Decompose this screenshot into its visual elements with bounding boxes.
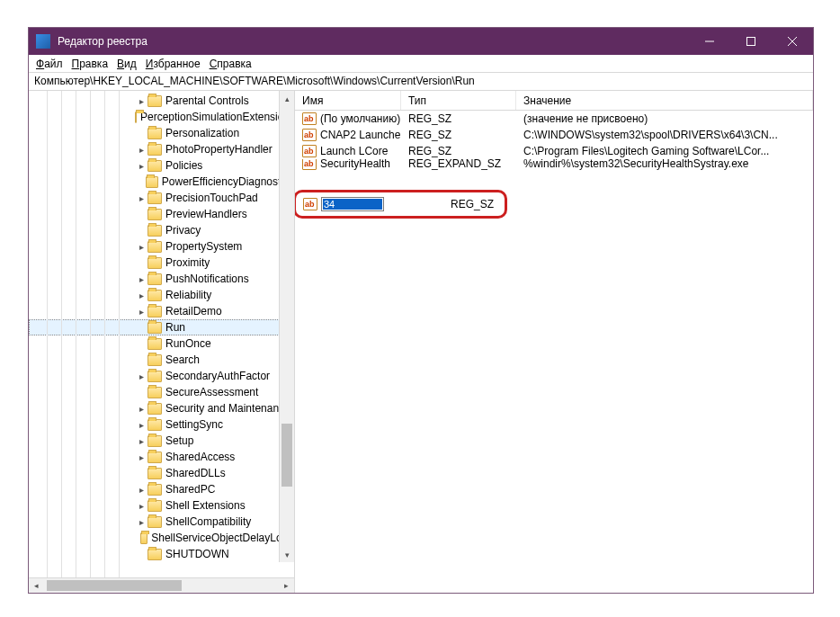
- tree-item-label: SharedDLLs: [165, 467, 226, 479]
- tree-item[interactable]: SharedDLLs: [29, 465, 294, 481]
- expand-toggle-icon[interactable]: [135, 242, 147, 252]
- tree-item[interactable]: PowerEfficiencyDiagnostics: [29, 174, 294, 190]
- new-value-row[interactable]: 34 REG_SZ: [298, 196, 503, 212]
- value-row[interactable]: SecurityHealthREG_EXPAND_SZ%windir%\syst…: [295, 159, 813, 170]
- tree-item[interactable]: Run: [29, 319, 294, 335]
- value-name: Launch LCore: [320, 145, 388, 157]
- expand-toggle-icon[interactable]: [135, 404, 147, 414]
- scroll-left-button[interactable]: ◂: [29, 578, 44, 593]
- menubar: Файл Правка Вид Избранное Справка: [29, 55, 813, 73]
- tree-item-label: Personalization: [165, 127, 239, 139]
- tree-item[interactable]: Personalization: [29, 125, 294, 141]
- titlebar[interactable]: Редактор реестра: [29, 28, 813, 55]
- value-row[interactable]: Launch LCoreREG_SZC:\Program Files\Logit…: [295, 143, 813, 159]
- folder-icon: [147, 144, 162, 156]
- hscroll-thumb[interactable]: [47, 580, 182, 591]
- string-value-icon: [303, 198, 317, 210]
- folder-icon: [140, 532, 147, 544]
- tree-item-label: ShellServiceObjectDelayLoad: [151, 532, 294, 544]
- expand-toggle-icon[interactable]: [135, 193, 147, 203]
- tree-item[interactable]: Reliability: [29, 287, 294, 303]
- expand-toggle-icon[interactable]: [135, 436, 147, 446]
- expand-toggle-icon[interactable]: [135, 452, 147, 462]
- expand-toggle-icon[interactable]: [135, 96, 147, 106]
- tree-item[interactable]: RunOnce: [29, 335, 294, 352]
- tree-item[interactable]: ShellServiceObjectDelayLoad: [29, 530, 294, 546]
- tree-item[interactable]: Search: [29, 352, 294, 368]
- scroll-thumb[interactable]: [281, 424, 292, 487]
- expand-toggle-icon[interactable]: [135, 517, 147, 527]
- expand-toggle-icon[interactable]: [135, 274, 147, 284]
- minimize-button[interactable]: [689, 28, 730, 55]
- tree-item[interactable]: Setup: [29, 433, 294, 449]
- tree-item[interactable]: PhotoPropertyHandler: [29, 141, 294, 157]
- menu-file[interactable]: Файл: [36, 58, 63, 70]
- tree-vertical-scrollbar[interactable]: ▴ ▾: [279, 91, 294, 562]
- values-pane: Имя Тип Значение (По умолчанию)REG_SZ(зн…: [295, 91, 813, 593]
- tree[interactable]: Parental ControlsPerceptionSimulationExt…: [29, 91, 294, 564]
- tree-item[interactable]: Shell Extensions: [29, 497, 294, 514]
- tree-item[interactable]: Policies: [29, 157, 294, 174]
- maximize-button[interactable]: [730, 28, 772, 55]
- value-name: CNAP2 Launcher: [320, 129, 401, 141]
- close-button[interactable]: [772, 28, 813, 55]
- new-value-type: REG_SZ: [451, 198, 494, 210]
- tree-item[interactable]: SharedPC: [29, 481, 294, 497]
- menu-help[interactable]: Справка: [210, 58, 252, 70]
- folder-icon: [147, 192, 162, 204]
- tree-item[interactable]: RetailDemo: [29, 303, 294, 319]
- scroll-right-button[interactable]: ▸: [279, 578, 294, 593]
- new-value-name-input[interactable]: 34: [321, 197, 384, 211]
- expand-toggle-icon[interactable]: [135, 485, 147, 495]
- tree-item-label: SharedPC: [165, 483, 215, 496]
- header-name[interactable]: Имя: [295, 91, 401, 110]
- value-type: REG_SZ: [401, 129, 516, 141]
- tree-item-label: SHUTDOWN: [165, 548, 229, 560]
- expand-toggle-icon[interactable]: [135, 420, 147, 430]
- tree-item[interactable]: PropertySystem: [29, 238, 294, 255]
- menu-edit[interactable]: Правка: [72, 58, 109, 70]
- expand-toggle-icon[interactable]: [135, 161, 147, 171]
- header-type[interactable]: Тип: [401, 91, 516, 110]
- expand-toggle-icon[interactable]: [135, 291, 147, 300]
- expand-toggle-icon[interactable]: [135, 371, 147, 381]
- folder-icon: [147, 387, 162, 398]
- tree-item[interactable]: Parental Controls: [29, 93, 294, 109]
- tree-item[interactable]: ShellCompatibility: [29, 514, 294, 530]
- tree-item-label: Shell Extensions: [165, 499, 246, 512]
- expand-toggle-icon[interactable]: [135, 145, 147, 155]
- menu-view[interactable]: Вид: [117, 58, 137, 70]
- tree-item[interactable]: PrecisionTouchPad: [29, 190, 294, 206]
- folder-icon: [147, 306, 162, 317]
- tree-item-label: Setup: [165, 434, 193, 447]
- tree-item[interactable]: SecureAssessment: [29, 384, 294, 400]
- tree-item[interactable]: SharedAccess: [29, 449, 294, 465]
- expand-toggle-icon[interactable]: [135, 307, 147, 317]
- menu-favorites[interactable]: Избранное: [146, 58, 201, 70]
- tree-item[interactable]: PreviewHandlers: [29, 206, 294, 222]
- folder-icon: [147, 322, 162, 334]
- tree-item[interactable]: Privacy: [29, 222, 294, 238]
- expand-toggle-icon[interactable]: [135, 501, 147, 511]
- tree-item-label: RunOnce: [165, 337, 211, 350]
- folder-icon: [147, 484, 162, 496]
- tree-item-label: Search: [165, 353, 200, 366]
- folder-icon: [147, 241, 162, 253]
- scroll-up-button[interactable]: ▴: [280, 91, 294, 106]
- tree-item[interactable]: Security and Maintenance: [29, 400, 294, 416]
- tree-item-label: PushNotifications: [165, 273, 249, 285]
- value-row[interactable]: (По умолчанию)REG_SZ(значение не присвое…: [295, 111, 813, 127]
- value-row[interactable]: CNAP2 LauncherREG_SZC:\WINDOWS\system32\…: [295, 127, 813, 143]
- tree-horizontal-scrollbar[interactable]: ◂ ▸: [29, 577, 294, 593]
- tree-item[interactable]: SHUTDOWN: [29, 546, 294, 562]
- folder-icon: [147, 257, 162, 269]
- folder-icon: [147, 419, 162, 431]
- header-data[interactable]: Значение: [516, 91, 813, 110]
- tree-item[interactable]: PerceptionSimulationExtensions: [29, 109, 294, 125]
- tree-item[interactable]: Proximity: [29, 255, 294, 271]
- tree-item[interactable]: PushNotifications: [29, 271, 294, 287]
- address-bar[interactable]: Компьютер\HKEY_LOCAL_MACHINE\SOFTWARE\Mi…: [29, 73, 813, 91]
- tree-item[interactable]: SettingSync: [29, 416, 294, 433]
- tree-item[interactable]: SecondaryAuthFactor: [29, 368, 294, 384]
- scroll-down-button[interactable]: ▾: [280, 547, 294, 562]
